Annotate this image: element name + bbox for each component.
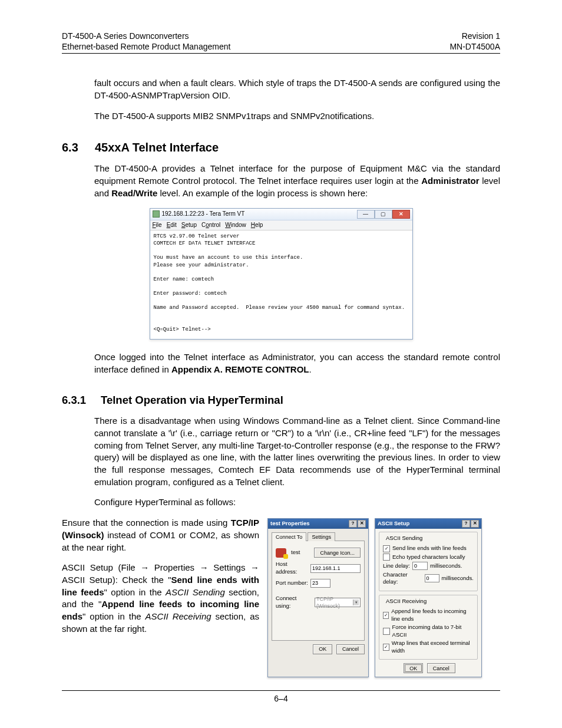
menu-file[interactable]: File — [153, 221, 162, 229]
cancel-button[interactable]: Cancel — [336, 644, 365, 654]
para-fault-trap: fault occurs and when a fault clears. Wh… — [94, 77, 500, 101]
char-delay-input[interactable]: 0 — [425, 574, 439, 582]
ok-button[interactable]: OK — [404, 663, 423, 673]
close-button[interactable]: ✕ — [358, 520, 366, 528]
window-title: 192.168.1.22:23 - Tera Term VT — [162, 210, 245, 218]
dialog-title: ASCII Setup — [378, 520, 409, 528]
dialog-ascii-setup: ASCII Setup ? ✕ ASCII Sending Send line … — [375, 518, 482, 677]
connection-name: test — [291, 549, 309, 556]
heading-number: 6.3.1 — [62, 393, 90, 408]
menu-setup[interactable]: Setup — [181, 221, 197, 229]
heading-6-3-1: 6.3.1 Telnet Operation via HyperTerminal — [62, 393, 500, 408]
para-disadvantage: There is a disadvantage when using Windo… — [94, 415, 500, 488]
host-address-label: Host address: — [276, 561, 308, 576]
heading-number: 6.3 — [62, 140, 84, 156]
tab-settings[interactable]: Settings — [308, 532, 335, 541]
line-delay-unit: milliseconds. — [430, 562, 462, 570]
maximize-button[interactable]: ▢ — [375, 210, 392, 219]
menu-window[interactable]: Window — [225, 221, 246, 229]
group-ascii-sending: ASCII Sending Send line ends with line f… — [379, 532, 478, 591]
menu-control[interactable]: Control — [201, 221, 220, 229]
line-delay-input[interactable]: 0 — [412, 562, 428, 570]
arrow-icon: → — [250, 562, 259, 572]
change-icon-button[interactable]: Change Icon... — [314, 548, 361, 558]
group-title: ASCII Receiving — [384, 598, 428, 605]
dialog-test-properties: test Properties ? ✕ Connect To Settings — [267, 518, 369, 677]
chk-echo-locally[interactable]: Echo typed characters locally — [383, 554, 474, 561]
para-after-login: Once logged into the Telnet interface as… — [94, 351, 500, 375]
menubar: File Edit Setup Control Window Help — [150, 220, 412, 231]
arrow-icon: → — [200, 562, 209, 572]
tera-term-window: 192.168.1.22:23 - Tera Term VT — ▢ ✕ Fil… — [150, 208, 413, 340]
tab-connect-to[interactable]: Connect To — [272, 532, 306, 541]
char-delay-unit: milliseconds. — [442, 575, 474, 582]
chk-append-line-feeds[interactable]: Append line feeds to incoming line ends — [383, 608, 474, 623]
chk-send-line-ends[interactable]: Send line ends with line feeds — [383, 545, 474, 552]
page-footer: 6–4 — [62, 690, 500, 704]
app-icon — [153, 210, 160, 218]
step-1: Ensure that the connection is made using… — [62, 517, 259, 554]
port-number-label: Port number: — [276, 579, 308, 587]
close-button[interactable]: ✕ — [471, 520, 479, 528]
terminal-output[interactable]: RTCS v2.97.00 Telnet server COMTECH EF D… — [150, 230, 412, 339]
port-number-input[interactable]: 23 — [310, 579, 330, 588]
header-right: Revision 1 MN-DT4500A — [449, 31, 500, 52]
heading-title: Telnet Operation via HyperTerminal — [101, 393, 283, 408]
checkbox-icon — [383, 628, 390, 635]
checkbox-icon — [383, 545, 390, 552]
host-address-input[interactable]: 192.168.1.1 — [310, 564, 361, 573]
chk-force-7bit[interactable]: Force incoming data to 7-bit ASCII — [383, 624, 474, 639]
menu-edit[interactable]: Edit — [167, 221, 177, 229]
connection-icon — [276, 548, 286, 558]
help-button[interactable]: ? — [462, 520, 470, 528]
titlebar: 192.168.1.22:23 - Tera Term VT — ▢ ✕ — [150, 209, 412, 220]
cancel-button[interactable]: Cancel — [427, 663, 455, 673]
header-left: DT-4500-A Series Downconverters Ethernet… — [62, 31, 230, 52]
group-title: ASCII Sending — [384, 535, 424, 542]
chk-wrap-lines[interactable]: Wrap lines that exceed terminal width — [383, 640, 474, 655]
para-configure: Configure HyperTerminal as follows: — [94, 496, 500, 509]
heading-title: 45xxA Telnet Interface — [95, 140, 219, 156]
minimize-button[interactable]: — — [357, 210, 375, 219]
checkbox-icon — [383, 644, 389, 651]
para-telnet-intro: The DT-4500-A provides a Telnet interfac… — [94, 163, 500, 199]
step-2: ASCII Setup (File → Properties → Setting… — [62, 562, 259, 635]
char-delay-label: Character delay: — [383, 571, 422, 587]
connect-using-combo[interactable]: TCP/IP (Winsock) ▾ — [315, 598, 361, 607]
line-delay-label: Line delay: — [383, 562, 410, 570]
menu-help[interactable]: Help — [251, 221, 263, 229]
chevron-down-icon: ▾ — [353, 599, 359, 605]
connect-using-label: Connect using: — [276, 595, 312, 610]
ok-button[interactable]: OK — [313, 644, 332, 654]
checkbox-icon — [383, 612, 389, 619]
arrow-icon: → — [140, 562, 149, 572]
help-button[interactable]: ? — [349, 520, 357, 528]
group-ascii-receiving: ASCII Receiving Append line feeds to inc… — [379, 595, 478, 660]
heading-6-3: 6.3 45xxA Telnet Interface — [62, 140, 500, 156]
checkbox-icon — [383, 554, 390, 561]
para-mib2: The DT-4500-A supports MIB2 SNMPv1traps … — [94, 110, 500, 123]
dialog-title: test Properties — [270, 520, 310, 528]
running-header: DT-4500-A Series Downconverters Ethernet… — [62, 31, 500, 54]
close-button[interactable]: ✕ — [392, 210, 410, 219]
